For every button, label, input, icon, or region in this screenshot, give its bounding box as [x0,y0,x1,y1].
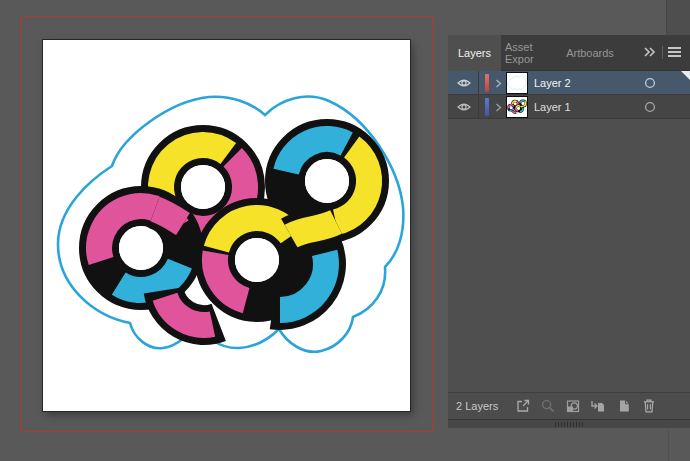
new-sublayer-icon[interactable] [590,398,606,414]
panel-status-bar: 2 Layers [448,392,690,419]
target-circle-icon[interactable] [644,77,656,89]
layer-thumbnail[interactable] [506,72,528,94]
new-layer-icon[interactable] [616,398,632,414]
layers-panel: Layers Asset Expor Artboards [448,35,690,428]
expand-chevron-icon[interactable] [495,79,502,88]
layer-row-layer-1[interactable]: Layer 1 [448,95,690,119]
target-circle-icon[interactable] [644,101,656,113]
visibility-eye-icon[interactable] [457,102,471,112]
panel-tab-bar: Layers Asset Expor Artboards [448,35,690,71]
column-divider [478,95,479,119]
tab-layers[interactable]: Layers [448,35,501,71]
clipping-mask-icon[interactable] [565,398,581,414]
visibility-eye-icon[interactable] [457,78,471,88]
dock-divider [668,428,669,461]
delete-trash-icon[interactable] [641,398,657,414]
sticker-artwork[interactable] [43,40,410,411]
tab-asset-export[interactable]: Asset Expor [505,35,561,71]
panel-menu-icon[interactable] [668,47,681,58]
layer-color-bar [485,98,489,116]
layer-color-bar [485,74,489,92]
layer-row-layer-2[interactable]: Layer 2 [448,71,690,95]
layer-name[interactable]: Layer 1 [534,101,571,113]
dock-edge [666,0,690,35]
collect-for-export-icon[interactable] [515,398,531,414]
layer-list: Layer 2 Layer 1 [448,71,690,119]
locate-object-icon[interactable] [540,398,556,414]
selected-art-indicator [681,71,690,80]
grip-hatch [555,422,583,427]
artboard[interactable] [43,40,410,411]
expand-chevron-icon[interactable] [495,103,502,112]
layer-name[interactable]: Layer 2 [534,77,571,89]
layer-count: 2 Layers [456,400,498,412]
chevron-double-right-icon[interactable] [643,45,657,59]
column-divider [478,71,479,95]
illustrator-window: Layers Asset Expor Artboards [0,0,690,461]
layer-thumbnail[interactable] [506,96,528,118]
tab-separator [662,46,663,59]
tab-artboards[interactable]: Artboards [565,35,615,71]
panel-resize-grip[interactable] [448,419,690,428]
